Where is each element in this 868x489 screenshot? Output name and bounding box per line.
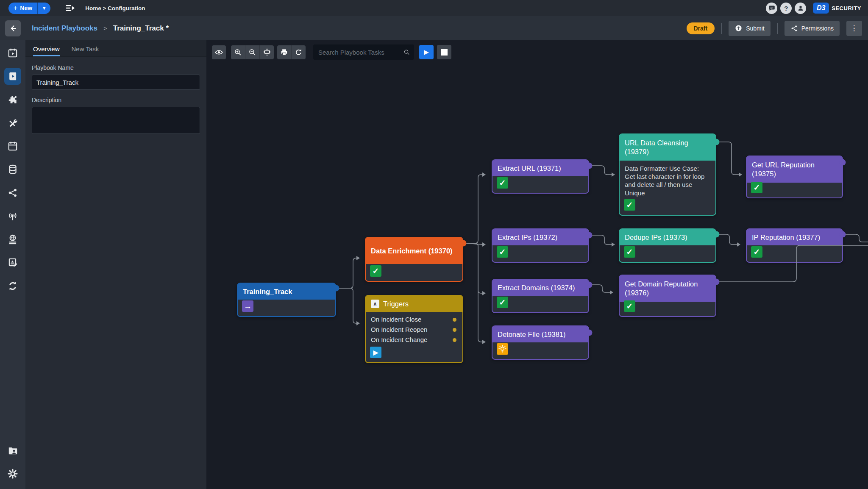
panel-tabs: Overview New Task: [25, 40, 206, 57]
node-extract-url[interactable]: Extract URL (19371)✓: [492, 159, 589, 194]
d3-security-logo: D3 SECURITY: [813, 3, 861, 14]
node-get-url-reputation[interactable]: Get URL Reputation (19375)✓: [746, 156, 843, 198]
success-check-icon: ✓: [497, 177, 508, 189]
trigger-row[interactable]: On Incident Reopen: [366, 325, 462, 335]
sidebar-item-settings-gear[interactable]: [4, 465, 21, 482]
print-button[interactable]: [277, 45, 292, 59]
permissions-button[interactable]: Permissions: [785, 21, 840, 36]
sidebar-item-sync[interactable]: [4, 278, 21, 295]
status-badge-draft: Draft: [687, 22, 715, 34]
breadcrumb: Home > Configuration: [85, 5, 145, 11]
help-icon[interactable]: ?: [780, 3, 792, 14]
tab-overview[interactable]: Overview: [33, 45, 60, 56]
node-title: IP Reputation (19377): [752, 233, 820, 242]
divider: [777, 23, 778, 34]
antenna-icon: [7, 211, 18, 222]
sidebar-item-folder-user[interactable]: [4, 442, 21, 459]
zoom-in-button[interactable]: [231, 45, 245, 59]
trigger-port[interactable]: [453, 338, 456, 342]
page-title: Training_Track *: [113, 24, 169, 33]
playbook-icon: [7, 71, 18, 82]
node-description: Data Formatter Use Case: Get last charac…: [620, 161, 715, 197]
new-dropdown-caret[interactable]: ▼: [37, 3, 50, 14]
sidebar-item-playbook[interactable]: [4, 68, 21, 85]
fit-to-screen-button[interactable]: [260, 45, 274, 59]
node-extract-ips[interactable]: Extract IPs (19372)✓: [492, 228, 589, 263]
new-button-label: New: [20, 5, 32, 11]
plus-icon: +: [14, 4, 17, 12]
globe-icon: [7, 234, 18, 245]
node-url-data-cleansing[interactable]: URL Data Cleansing (19379)Data Formatter…: [619, 133, 716, 216]
node-ip-reputation[interactable]: IP Reputation (19377)✓: [746, 228, 843, 263]
description-input[interactable]: [32, 107, 200, 134]
breadcrumb-incident-playbooks[interactable]: Incident Playbooks: [32, 24, 97, 33]
node-extract-domains[interactable]: Extract Domains (19374)✓: [492, 279, 589, 313]
calendar-play-icon: [7, 47, 18, 58]
collapse-icon[interactable]: ∧: [371, 300, 379, 308]
submit-label: Submit: [746, 25, 765, 32]
success-check-icon: ✓: [624, 246, 635, 258]
playbook-overview-panel: Overview New Task Playbook Name Descript…: [25, 40, 206, 489]
trigger-port[interactable]: [453, 328, 456, 332]
playbook-name-label: Playbook Name: [32, 64, 200, 71]
settings-gear-icon: [7, 468, 18, 479]
node-dedupe-ips[interactable]: Dedupe IPs (19373)✓: [619, 228, 716, 263]
sidebar-item-globe[interactable]: [4, 231, 21, 248]
top-bar: + New ▼ Home > Configuration ? D3 SECURI…: [0, 0, 868, 16]
trigger-play-icon[interactable]: ▶: [370, 347, 381, 358]
sidebar-item-calendar[interactable]: [4, 138, 21, 155]
more-options-button[interactable]: ⋮: [846, 21, 862, 36]
node-title: Dedupe IPs (19373): [625, 233, 687, 242]
database-icon: [7, 164, 18, 175]
calendar-icon: [7, 141, 18, 152]
start-arrow-icon: →: [242, 300, 253, 312]
node-title: Get URL Reputation (19375): [752, 161, 837, 178]
search-playbook-tasks: [313, 44, 414, 60]
collapse-menu-icon[interactable]: [65, 3, 76, 13]
sidebar-item-calendar-play[interactable]: [4, 44, 21, 61]
trigger-row[interactable]: On Incident Change: [366, 335, 462, 345]
success-check-icon: ✓: [751, 246, 762, 258]
sidebar-item-tools[interactable]: [4, 114, 21, 131]
submit-up-icon: [734, 24, 743, 32]
node-title: Training_Track: [243, 287, 292, 296]
tools-icon: [7, 117, 18, 128]
stop-icon: [441, 49, 448, 56]
divider: [721, 23, 722, 34]
new-button[interactable]: + New ▼: [8, 3, 50, 14]
chat-icon[interactable]: [766, 3, 777, 14]
node-title: Extract Domains (19374): [498, 283, 575, 292]
node-data-enrichment[interactable]: Data Enrichment (19370)✓: [365, 237, 463, 282]
breadcrumb-separator: >: [103, 25, 107, 32]
playbook-name-input[interactable]: [32, 75, 200, 90]
zoom-out-button[interactable]: [245, 45, 260, 59]
share-icon: [790, 25, 798, 32]
sidebar-item-database[interactable]: [4, 161, 21, 178]
idea-bulb-icon: [497, 343, 508, 355]
submit-button[interactable]: Submit: [729, 21, 771, 36]
trigger-row[interactable]: On Incident Close: [366, 314, 462, 325]
refresh-button[interactable]: [292, 45, 306, 59]
tab-new-task[interactable]: New Task: [72, 45, 99, 56]
preview-eye-button[interactable]: [212, 45, 226, 59]
success-check-icon: ✓: [497, 297, 508, 308]
trigger-port[interactable]: [453, 318, 456, 322]
success-check-icon: ✓: [497, 246, 508, 258]
success-check-icon: ✓: [370, 265, 381, 277]
stop-playbook-button[interactable]: [437, 45, 451, 59]
search-input[interactable]: [317, 48, 403, 56]
sidebar-item-antenna[interactable]: [4, 208, 21, 225]
run-playbook-button[interactable]: ▶: [419, 45, 434, 59]
sidebar-item-network[interactable]: [4, 184, 21, 201]
back-button[interactable]: [5, 20, 21, 36]
node-title: URL Data Cleansing (19379): [625, 139, 710, 156]
node-triggers[interactable]: ∧TriggersOn Incident CloseOn Incident Re…: [365, 295, 463, 363]
user-icon[interactable]: [795, 3, 806, 14]
d3-logo-mark: D3: [813, 3, 829, 14]
sync-icon: [7, 281, 18, 292]
node-training-track[interactable]: Training_Track→: [237, 283, 336, 317]
node-get-domain-reputation[interactable]: Get Domain Reputation (19376)✓: [619, 275, 716, 317]
node-detonate-file[interactable]: Detonate FIle (19381): [492, 325, 589, 360]
sidebar-item-puzzle[interactable]: [4, 91, 21, 108]
sidebar-item-document-edit[interactable]: [4, 254, 21, 271]
